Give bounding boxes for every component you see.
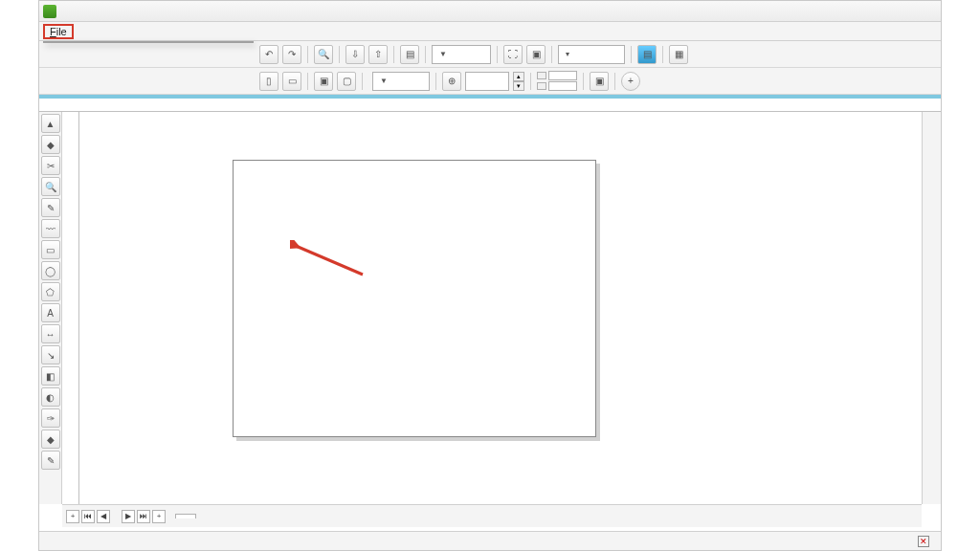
nudge-icon: ⊕ <box>442 72 461 91</box>
standard-toolbar: ↶ ↷ 🔍 ⇩ ⇧ ▤ ▼ ⛶ ▣ ▾ ▤ ▦ <box>39 41 941 68</box>
launcher-button[interactable]: ▦ <box>669 45 688 64</box>
fill-none-icon: ✕ <box>918 536 929 547</box>
page-add-button[interactable]: + <box>66 510 79 523</box>
title-bar <box>39 1 941 22</box>
parallel-tool[interactable]: ↔ <box>41 324 60 343</box>
menu-bitmaps[interactable] <box>141 30 154 33</box>
menu-view[interactable] <box>87 30 100 33</box>
connector-tool[interactable]: ↘ <box>41 345 60 364</box>
menu-effects[interactable] <box>127 30 141 33</box>
app-window: File ↶ ↷ 🔍 ⇩ ⇧ ▤ ▼ ⛶ ▣ ▾ ▤ <box>38 0 942 551</box>
undo-button[interactable]: ↶ <box>259 45 278 64</box>
fill-tool[interactable]: ◆ <box>41 430 60 449</box>
page-all-button[interactable]: ▣ <box>314 72 333 91</box>
outline-tool[interactable]: ✎ <box>41 451 60 470</box>
freehand-tool[interactable]: ✎ <box>41 198 60 217</box>
publish-button[interactable]: ▤ <box>400 45 419 64</box>
page-add2-button[interactable]: + <box>152 510 166 523</box>
color-palette[interactable] <box>922 112 941 504</box>
pick-tool[interactable]: ▲ <box>41 114 60 133</box>
menu-tools[interactable] <box>181 30 194 33</box>
add-button[interactable]: + <box>621 72 640 91</box>
zoom-tool[interactable]: 🔍 <box>41 177 60 196</box>
polygon-tool[interactable]: ⬠ <box>41 282 60 301</box>
page-first-button[interactable]: ⏮ <box>81 510 95 523</box>
page-rectangle <box>233 160 596 437</box>
file-menu-dropdown <box>43 41 254 43</box>
orientation-portrait-button[interactable]: ▯ <box>259 72 278 91</box>
crop-tool[interactable]: ✂ <box>41 156 60 175</box>
treat-as-filled-button[interactable]: ▣ <box>590 72 609 91</box>
zoom-combo[interactable]: ▼ <box>432 45 491 64</box>
options-button[interactable]: ▤ <box>637 45 657 64</box>
property-bar: ▯ ▭ ▣ ▢ ▼ ⊕ ▴▾ ▣ + <box>39 68 941 95</box>
menu-help[interactable] <box>208 30 221 33</box>
orientation-landscape-button[interactable]: ▭ <box>282 72 301 91</box>
workspace: ▲ ◆ ✂ 🔍 ✎ 〰 ▭ ◯ ⬠ A ↔ ↘ ◧ ◐ ✑ ◆ ✎ <box>39 112 941 504</box>
page-last-button[interactable]: ⏭ <box>137 510 150 523</box>
menu-file[interactable]: File <box>43 24 74 39</box>
page-next-button[interactable]: ▶ <box>122 510 135 523</box>
text-tool[interactable]: A <box>41 303 60 322</box>
menu-bar[interactable]: File <box>39 22 941 41</box>
preview-button[interactable]: ▣ <box>526 45 546 64</box>
page-current-button[interactable]: ▢ <box>337 72 356 91</box>
menu-object[interactable] <box>114 30 127 33</box>
fullscreen-button[interactable]: ⛶ <box>503 45 523 64</box>
ellipse-tool[interactable]: ◯ <box>41 261 60 280</box>
ruler-horizontal <box>39 95 941 112</box>
menu-layout[interactable] <box>100 30 114 33</box>
units-combo[interactable]: ▼ <box>372 72 430 91</box>
page-navigator: + ⏮ ◀ ▶ ⏭ + <box>62 504 922 527</box>
duplicate-distance[interactable] <box>537 71 577 91</box>
rectangle-tool[interactable]: ▭ <box>41 240 60 259</box>
menu-window[interactable] <box>194 30 208 33</box>
transparency-tool[interactable]: ◐ <box>41 387 60 407</box>
artistic-tool[interactable]: 〰 <box>41 219 60 238</box>
status-bar: ✕ <box>39 531 941 550</box>
dropshadow-tool[interactable]: ◧ <box>41 366 60 386</box>
nudge-spinner[interactable]: ▴▾ <box>513 72 524 91</box>
shape-tool[interactable]: ◆ <box>41 135 60 154</box>
search-button[interactable]: 🔍 <box>314 45 333 64</box>
snap-combo[interactable]: ▾ <box>558 45 625 64</box>
menu-edit[interactable] <box>74 30 87 33</box>
ruler-vertical <box>62 112 79 504</box>
export-button[interactable]: ⇧ <box>368 45 388 64</box>
eyedropper-tool[interactable]: ✑ <box>41 408 60 428</box>
page-prev-button[interactable]: ◀ <box>97 510 110 523</box>
app-logo-icon <box>43 5 56 18</box>
import-button[interactable]: ⇩ <box>345 45 365 64</box>
page-tab-1[interactable] <box>175 514 196 518</box>
menu-table[interactable] <box>167 30 181 33</box>
canvas[interactable] <box>79 112 922 504</box>
menu-text[interactable] <box>154 30 167 33</box>
toolbox: ▲ ◆ ✂ 🔍 ✎ 〰 ▭ ◯ ⬠ A ↔ ↘ ◧ ◐ ✑ ◆ ✎ <box>39 112 62 504</box>
nudge-input[interactable] <box>465 72 509 91</box>
redo-button[interactable]: ↷ <box>282 45 301 64</box>
